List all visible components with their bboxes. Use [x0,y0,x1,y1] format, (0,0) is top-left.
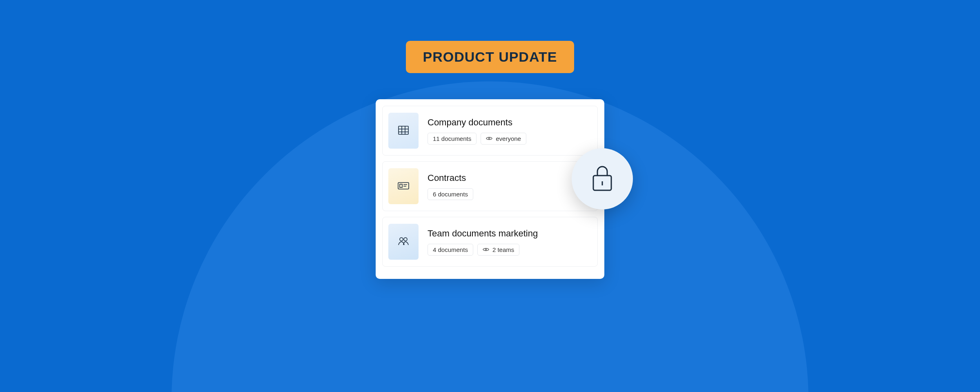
lock-badge [572,148,633,209]
folders-card: Company documents 11 documents everyone [376,99,604,279]
folder-thumbnail [388,168,419,204]
svg-point-5 [488,138,490,139]
eye-icon [483,246,489,253]
building-icon [396,123,410,138]
product-update-badge: PRODUCT UPDATE [406,41,575,73]
visibility-chip: 2 teams [477,244,519,256]
folder-thumbnail [388,113,419,149]
svg-rect-0 [399,126,408,134]
lock-icon [590,163,615,194]
folder-row[interactable]: Team documents marketing 4 documents 2 t… [382,217,598,267]
document-count-chip: 11 documents [428,133,477,145]
folder-row[interactable]: Contracts 6 documents [382,161,598,211]
folder-thumbnail [388,224,419,260]
eye-icon [486,135,492,142]
badge-label: PRODUCT UPDATE [423,49,557,65]
folder-title: Team documents marketing [428,228,538,239]
visibility-chip: everyone [481,133,526,145]
svg-rect-7 [400,184,402,187]
svg-point-10 [400,238,403,241]
svg-point-12 [485,249,487,250]
folder-title: Company documents [428,117,526,128]
document-count-chip: 4 documents [428,244,473,256]
folder-title: Contracts [428,173,473,183]
svg-point-11 [404,238,407,241]
people-icon [396,234,410,249]
id-card-icon [396,178,410,194]
document-count-chip: 6 documents [428,188,473,200]
folder-row[interactable]: Company documents 11 documents everyone [382,106,598,156]
